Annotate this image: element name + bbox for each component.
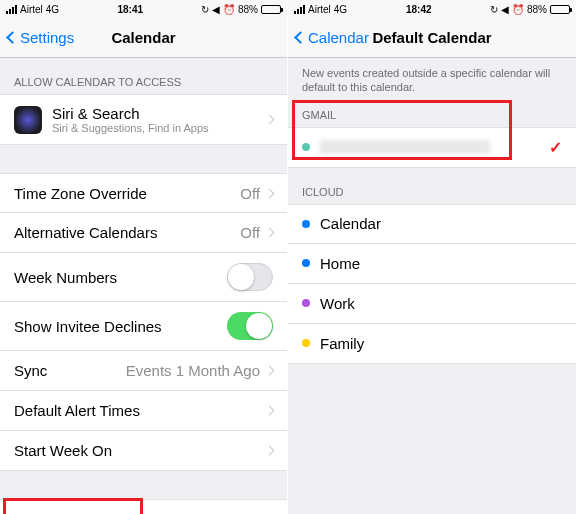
- row-alert[interactable]: Default Alert Times: [0, 391, 287, 431]
- invitee-label: Show Invitee Declines: [14, 318, 162, 335]
- timezone-label: Time Zone Override: [14, 185, 147, 202]
- row-icloud-work[interactable]: Work: [288, 284, 576, 324]
- chevron-right-icon: [265, 406, 275, 416]
- row-icloud-home[interactable]: Home: [288, 244, 576, 284]
- chevron-right-icon: [265, 446, 275, 456]
- section-header-icloud: ICLOUD: [288, 168, 576, 204]
- row-icloud-family[interactable]: Family: [288, 324, 576, 364]
- weeknumbers-label: Week Numbers: [14, 269, 117, 286]
- section-header-gmail: GMAIL: [288, 105, 576, 127]
- calendar-color-dot: [302, 143, 310, 151]
- battery-pct: 88%: [527, 4, 547, 15]
- chevron-right-icon: [265, 115, 275, 125]
- row-altcal[interactable]: Alternative Calendars Off: [0, 213, 287, 253]
- row-default-calendar[interactable]: Default Calendar Work: [0, 499, 287, 514]
- chevron-right-icon: [265, 188, 275, 198]
- battery-icon: [550, 5, 570, 14]
- status-icons: ↻ ◀ ⏰: [201, 4, 235, 15]
- siri-icon: [14, 106, 42, 134]
- defcal-label: Default Calendar: [14, 511, 127, 515]
- row-sync[interactable]: Sync Events 1 Month Ago: [0, 351, 287, 391]
- sync-label: Sync: [14, 362, 47, 379]
- clock-label: 18:41: [117, 4, 143, 15]
- gmail-account-blurred: [320, 140, 490, 154]
- back-button[interactable]: Calendar: [296, 29, 369, 46]
- row-timezone[interactable]: Time Zone Override Off: [0, 173, 287, 213]
- chevron-right-icon: [265, 228, 275, 238]
- status-bar: Airtel 4G 18:41 ↻ ◀ ⏰ 88%: [0, 0, 287, 18]
- clock-label: 18:42: [406, 4, 432, 15]
- section-description: New events created outside a specific ca…: [288, 58, 576, 105]
- defcal-value: Work: [225, 511, 260, 515]
- status-icons: ↻ ◀ ⏰: [490, 4, 524, 15]
- icloud-family-label: Family: [320, 335, 364, 352]
- invitee-toggle[interactable]: [227, 312, 273, 340]
- alert-label: Default Alert Times: [14, 402, 140, 419]
- default-calendar-screen: Airtel 4G 18:42 ↻ ◀ ⏰ 88% Calendar Defau…: [288, 0, 576, 514]
- siri-title: Siri & Search: [52, 105, 209, 122]
- icloud-work-label: Work: [320, 295, 355, 312]
- row-startweek[interactable]: Start Week On: [0, 431, 287, 471]
- siri-sub: Siri & Suggestions, Find in Apps: [52, 122, 209, 134]
- status-bar: Airtel 4G 18:42 ↻ ◀ ⏰ 88%: [288, 0, 576, 18]
- back-label: Settings: [20, 29, 74, 46]
- signal-icon: [6, 5, 17, 14]
- row-weeknumbers[interactable]: Week Numbers: [0, 253, 287, 302]
- chevron-left-icon: [294, 31, 307, 44]
- calendar-color-dot: [302, 339, 310, 347]
- row-icloud-calendar[interactable]: Calendar: [288, 204, 576, 244]
- altcal-value: Off: [240, 224, 260, 241]
- back-label: Calendar: [308, 29, 369, 46]
- battery-pct: 88%: [238, 4, 258, 15]
- weeknumbers-toggle[interactable]: [227, 263, 273, 291]
- icloud-home-label: Home: [320, 255, 360, 272]
- sync-value: Events 1 Month Ago: [126, 362, 260, 379]
- nav-bar: Calendar Default Calendar: [288, 18, 576, 58]
- nav-bar: Settings Calendar: [0, 18, 287, 58]
- signal-icon: [294, 5, 305, 14]
- network-label: 4G: [46, 4, 59, 15]
- icloud-cal-label: Calendar: [320, 215, 381, 232]
- startweek-label: Start Week On: [14, 442, 112, 459]
- section-header-allow: ALLOW CALENDAR TO ACCESS: [0, 58, 287, 94]
- altcal-label: Alternative Calendars: [14, 224, 157, 241]
- carrier-label: Airtel: [20, 4, 43, 15]
- calendar-color-dot: [302, 220, 310, 228]
- timezone-value: Off: [240, 185, 260, 202]
- row-gmail-account[interactable]: ✓: [288, 127, 576, 168]
- calendar-color-dot: [302, 299, 310, 307]
- calendar-color-dot: [302, 259, 310, 267]
- chevron-right-icon: [265, 366, 275, 376]
- battery-icon: [261, 5, 281, 14]
- row-invitee[interactable]: Show Invitee Declines: [0, 302, 287, 351]
- network-label: 4G: [334, 4, 347, 15]
- checkmark-icon: ✓: [549, 138, 562, 157]
- row-siri[interactable]: Siri & Search Siri & Suggestions, Find i…: [0, 94, 287, 145]
- carrier-label: Airtel: [308, 4, 331, 15]
- calendar-settings-screen: Airtel 4G 18:41 ↻ ◀ ⏰ 88% Settings Calen…: [0, 0, 288, 514]
- chevron-left-icon: [6, 31, 19, 44]
- back-button[interactable]: Settings: [8, 29, 74, 46]
